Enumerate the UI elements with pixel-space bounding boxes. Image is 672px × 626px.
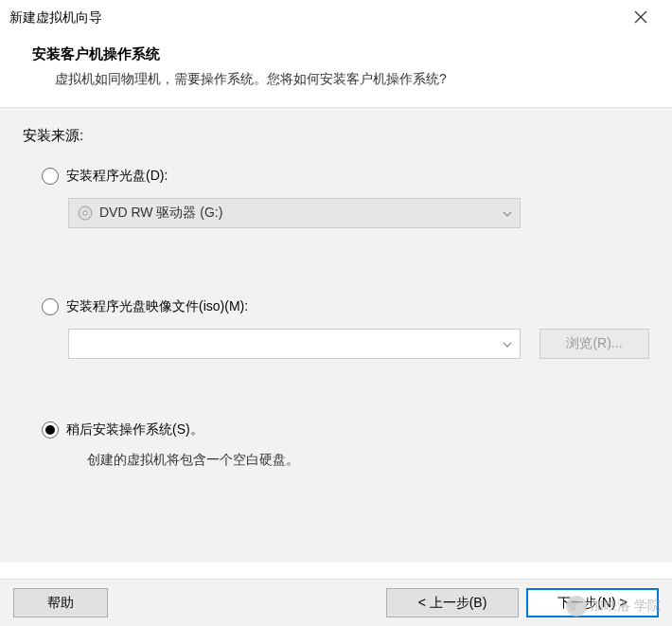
titlebar: 新建虚拟机向导 <box>0 0 672 36</box>
svg-point-5 <box>575 603 585 613</box>
watermark-text: 加昳洛 学院 <box>591 598 661 615</box>
disc-icon <box>77 205 94 222</box>
radio-iso-row[interactable]: 安装程序光盘映像文件(iso)(M): <box>42 298 649 315</box>
svg-point-3 <box>83 211 87 215</box>
page-title: 安装客户机操作系统 <box>32 45 672 63</box>
prev-button[interactable]: < 上一步(B) <box>386 588 519 617</box>
option-iso: 安装程序光盘映像文件(iso)(M): 浏览(R)... <box>42 298 649 359</box>
watermark: 加昳洛 学院 <box>566 596 661 617</box>
disc-drive-select[interactable]: DVD RW 驱动器 (G:) <box>68 198 521 228</box>
page-subtitle: 虚拟机如同物理机，需要操作系统。您将如何安装客户机操作系统? <box>55 71 672 88</box>
browse-button[interactable]: 浏览(R)... <box>539 329 649 359</box>
wizard-body: 安装来源: 安装程序光盘(D): DVD RW 驱动器 (G:) 安装程序光盘映… <box>0 108 672 563</box>
window-title: 新建虚拟机向导 <box>9 9 102 27</box>
option-disc: 安装程序光盘(D): DVD RW 驱动器 (G:) <box>42 168 649 228</box>
radio-iso[interactable] <box>42 298 59 315</box>
install-source-label: 安装来源: <box>23 127 649 145</box>
wizard-footer: 帮助 < 上一步(B) 下一步(N) > 加昳洛 学院 <box>0 579 672 626</box>
option-later: 稍后安装操作系统(S)。 创建的虚拟机将包含一个空白硬盘。 <box>42 421 649 469</box>
radio-later-label: 稍后安装操作系统(S)。 <box>66 421 203 438</box>
wizard-header: 安装客户机操作系统 虚拟机如同物理机，需要操作系统。您将如何安装客户机操作系统? <box>0 36 672 107</box>
help-button[interactable]: 帮助 <box>13 588 108 617</box>
chevron-down-icon <box>503 337 512 350</box>
later-note: 创建的虚拟机将包含一个空白硬盘。 <box>87 452 649 469</box>
chevron-down-icon <box>503 206 512 220</box>
radio-disc-label: 安装程序光盘(D): <box>66 168 168 185</box>
radio-later-row[interactable]: 稍后安装操作系统(S)。 <box>42 421 649 438</box>
iso-path-input[interactable] <box>68 329 521 359</box>
disc-drive-value: DVD RW 驱动器 (G:) <box>99 205 222 222</box>
radio-iso-label: 安装程序光盘映像文件(iso)(M): <box>66 298 248 315</box>
radio-disc[interactable] <box>42 168 59 185</box>
radio-later[interactable] <box>42 421 59 438</box>
wechat-icon <box>566 596 587 617</box>
close-icon[interactable] <box>625 5 657 32</box>
radio-disc-row[interactable]: 安装程序光盘(D): <box>42 168 649 185</box>
